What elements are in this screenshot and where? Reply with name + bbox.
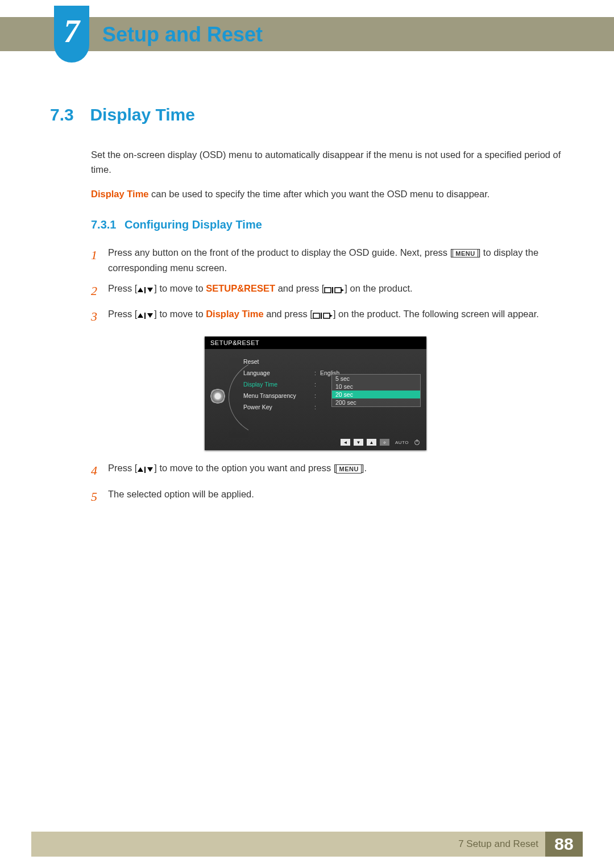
nav-auto-label: AUTO <box>395 440 409 445</box>
svg-rect-3 <box>325 288 331 293</box>
step-3-text: Press [] to move to Display Time and pre… <box>108 306 564 322</box>
step-num-3: 3 <box>91 306 108 326</box>
step-5: 5 The selected option will be applied. <box>91 487 564 506</box>
menu-button-icon: MENU <box>336 464 361 473</box>
svg-marker-0 <box>138 288 143 292</box>
chapter-badge: 7 <box>54 6 89 63</box>
osd-option: 200 sec <box>332 398 420 406</box>
power-icon <box>414 440 420 445</box>
intro-p1: Set the on-screen display (OSD) menu to … <box>91 147 564 177</box>
osd-powerkey-label: Power Key <box>243 404 314 410</box>
nav-enter-icon: ⎆ <box>380 439 389 446</box>
step-5-text: The selected option will be applied. <box>108 487 564 501</box>
svg-rect-1 <box>144 287 146 293</box>
nav-left-icon: ◄ <box>341 439 350 446</box>
svg-marker-13 <box>330 314 333 317</box>
osd-option-list: 5 sec 10 sec 20 sec 200 sec <box>331 374 421 407</box>
osd-language-label: Language <box>243 369 314 376</box>
intro-p2-rest: can be used to specify the time after wh… <box>149 189 490 199</box>
footer-stripe: 7 Setup and Reset 88 <box>31 832 583 857</box>
svg-marker-6 <box>341 289 344 292</box>
source-enter-icon <box>324 281 345 296</box>
menu-button-icon: MENU <box>453 249 478 258</box>
osd-title: SETUP&RESET <box>205 337 426 349</box>
osd-option: 10 sec <box>332 383 420 391</box>
svg-marker-14 <box>138 467 143 472</box>
intro-p2: Display Time can be used to specify the … <box>91 186 564 201</box>
step-num-4: 4 <box>91 460 108 480</box>
section-heading: 7.3 Display Time <box>50 105 564 124</box>
footer-text: 7 Setup and Reset <box>458 832 538 857</box>
step-4-text: Press [] to move to the option you want … <box>108 460 564 476</box>
svg-rect-11 <box>321 313 322 319</box>
header-stripe <box>0 17 614 51</box>
up-down-arrow-icon <box>137 462 154 476</box>
section-title: Display Time <box>90 105 195 124</box>
step-4: 4 Press [] to move to the option you wan… <box>91 460 564 480</box>
nav-up-icon: ▲ <box>367 439 376 446</box>
s2c: and press [ <box>275 283 324 293</box>
osd-displaytime-label: Display Time <box>243 381 314 388</box>
colon: : <box>314 381 320 388</box>
source-enter-icon <box>313 308 333 322</box>
svg-marker-16 <box>147 467 153 472</box>
step-2-text: Press [] to move to SETUP&RESET and pres… <box>108 281 564 297</box>
s3-kw: Display Time <box>206 309 264 319</box>
s4c: ]. <box>362 463 367 473</box>
gear-icon <box>211 390 224 402</box>
footer-page-number: 88 <box>545 832 583 857</box>
up-down-arrow-icon <box>137 281 154 296</box>
intro-keyword: Display Time <box>91 189 149 199</box>
svg-rect-4 <box>332 287 333 293</box>
svg-rect-12 <box>323 313 330 318</box>
up-down-arrow-icon <box>137 308 154 322</box>
subsection-number: 7.3.1 <box>91 218 116 231</box>
svg-marker-9 <box>147 313 153 318</box>
subsection-heading: 7.3.1 Configuring Display Time <box>91 218 564 231</box>
step-num-1: 1 <box>91 245 108 265</box>
step-2: 2 Press [] to move to SETUP&RESET and pr… <box>91 281 564 301</box>
osd-transparency-label: Menu Transparency <box>243 392 314 399</box>
s2a: Press [ <box>108 283 137 293</box>
s3d: ] on the product. The following screen w… <box>333 309 539 319</box>
s1a: Press any button on the front of the pro… <box>108 247 453 258</box>
step-1-text: Press any button on the front of the pro… <box>108 245 564 275</box>
s3a: Press [ <box>108 309 137 319</box>
chapter-title: Setup and Reset <box>102 23 263 47</box>
s4a: Press [ <box>108 463 137 473</box>
step-num-5: 5 <box>91 487 108 506</box>
osd-screenshot: SETUP&RESET Reset Language : English <box>205 337 426 450</box>
osd-option-selected: 20 sec <box>332 391 420 398</box>
svg-marker-7 <box>138 313 143 318</box>
s2b: ] to move to <box>154 283 206 293</box>
step-1: 1 Press any button on the front of the p… <box>91 245 564 275</box>
osd-nav-bar: ◄ ▼ ▲ ⎆ AUTO <box>205 437 426 447</box>
svg-rect-5 <box>335 288 341 293</box>
svg-rect-15 <box>144 467 146 473</box>
subsection-title: Configuring Display Time <box>125 218 262 231</box>
osd-option: 5 sec <box>332 375 420 383</box>
s3b: ] to move to <box>154 309 206 319</box>
colon: : <box>314 404 320 410</box>
osd-reset-label: Reset <box>243 358 314 365</box>
nav-down-icon: ▼ <box>354 439 363 446</box>
s3c: and press [ <box>264 309 313 319</box>
section-number: 7.3 <box>50 105 88 124</box>
svg-rect-8 <box>144 313 146 319</box>
colon: : <box>314 369 320 376</box>
s4b: ] to move to the option you want and pre… <box>154 463 336 473</box>
svg-rect-10 <box>313 313 320 318</box>
osd-row-reset: Reset <box>243 356 421 367</box>
step-num-2: 2 <box>91 281 108 301</box>
s2-kw: SETUP&RESET <box>206 283 275 293</box>
step-3: 3 Press [] to move to Display Time and p… <box>91 306 564 326</box>
svg-marker-2 <box>147 288 153 292</box>
colon: : <box>314 392 320 399</box>
s2d: ] on the product. <box>345 283 412 293</box>
